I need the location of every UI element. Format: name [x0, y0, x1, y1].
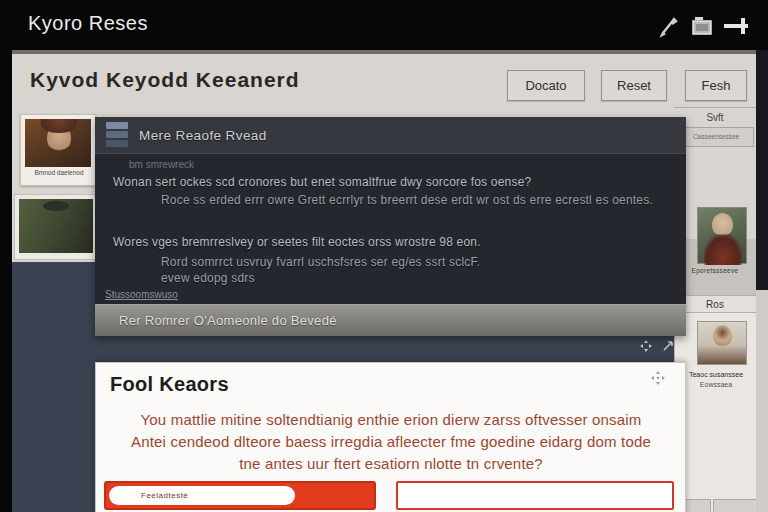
- page-title: Kyvod Keyodd Keeanerd: [30, 68, 300, 92]
- response-input[interactable]: [396, 481, 674, 510]
- details-panel: Mere Reaofe Rvead bm smrewreck Wonan ser…: [95, 117, 686, 336]
- photo-thumbnail[interactable]: [697, 321, 747, 365]
- photo-card: Teaoc susanssee Eowssaea: [674, 313, 756, 512]
- warning-message: You mattlie mitine soltendtianig enthie …: [108, 409, 674, 474]
- more-link[interactable]: Stussoomswuso: [105, 289, 178, 300]
- tool-icon[interactable]: [656, 14, 682, 38]
- photo-caption: Teaoc susanssee: [675, 371, 756, 378]
- comment-line: Wonan sert ockes scd cronores but enet s…: [113, 175, 531, 189]
- warning-line: You mattlie mitine soltendtianig enthie …: [108, 409, 674, 431]
- comment-line: Wores vges bremrreslvey or seetes filt e…: [113, 235, 481, 249]
- alert-dialog: Fool Keaors You mattlie mitine soltendti…: [95, 362, 686, 512]
- photo-thumbnail[interactable]: [697, 207, 747, 264]
- photo-card: Bmnod daeienod: [20, 114, 96, 186]
- reset-button[interactable]: Reset: [601, 70, 667, 101]
- sort-label: Svft: [674, 112, 756, 123]
- warning-line: Antei cendeod dlteore baess irregdia afl…: [108, 431, 674, 453]
- panel-footer-label: Rer Romrer O'Aomeonle do Bevedé: [119, 313, 337, 328]
- progress-label: Feeladtesté: [141, 491, 188, 500]
- window-edge-light: [756, 290, 768, 512]
- sort-dropdown[interactable]: Casseensessee: [678, 127, 754, 147]
- section-header: Ros: [674, 295, 756, 313]
- photo-thumbnail[interactable]: [19, 199, 93, 253]
- progress-label-pill: Feeladtesté: [109, 486, 295, 505]
- dialog-title: Fool Keaors: [110, 373, 229, 396]
- details-panel-title: Mere Reaofe Rvead: [139, 128, 267, 143]
- rail-cell-button[interactable]: [713, 499, 756, 512]
- photo-caption: Eporetssseeve: [674, 267, 756, 274]
- comment-line: Roce ss erded errr owre Grett ecrrlyr ts…: [161, 193, 653, 207]
- list-icon: [106, 122, 128, 149]
- meta-text: bm smrewreck: [129, 159, 194, 170]
- photo-card: [14, 194, 96, 260]
- add-icon[interactable]: [722, 14, 748, 38]
- drag-icon[interactable]: [651, 371, 665, 385]
- window-edge-dark: [756, 50, 768, 290]
- resize-handle-icon[interactable]: [662, 338, 674, 350]
- photo-thumbnail[interactable]: [25, 119, 91, 167]
- comment-line: evew edopg sdrs: [161, 271, 255, 285]
- comment-line: Rord somrrct usvruy fvarrl uschsfsres se…: [161, 255, 480, 269]
- main-window: Kyvod Keyodd Keeanerd Docato Reset Fesh …: [12, 50, 756, 512]
- details-panel-header[interactable]: Mere Reaofe Rvead: [95, 117, 686, 154]
- move-handle-icon[interactable]: [640, 338, 652, 350]
- topbar: Kyoro Reses: [0, 0, 768, 50]
- warning-line: tne antes uur ftert esatiorn nlotte tn c…: [108, 453, 674, 475]
- donate-button[interactable]: Docato: [507, 70, 585, 101]
- app-title: Kyoro Reses: [28, 12, 148, 35]
- divider: [674, 107, 756, 108]
- photo-caption: Bmnod daeienod: [21, 169, 97, 176]
- photo-caption: Eowssaea: [675, 381, 756, 388]
- panel-footer-bar[interactable]: Rer Romrer O'Aomeonle do Bevedé: [95, 304, 686, 336]
- camera-icon[interactable]: [690, 14, 716, 38]
- screen: Kyoro Reses Kyvod Keyodd Keeanerd Docato…: [0, 0, 768, 512]
- fetch-button[interactable]: Fesh: [685, 70, 747, 101]
- progress-button[interactable]: Feeladtesté: [104, 481, 376, 510]
